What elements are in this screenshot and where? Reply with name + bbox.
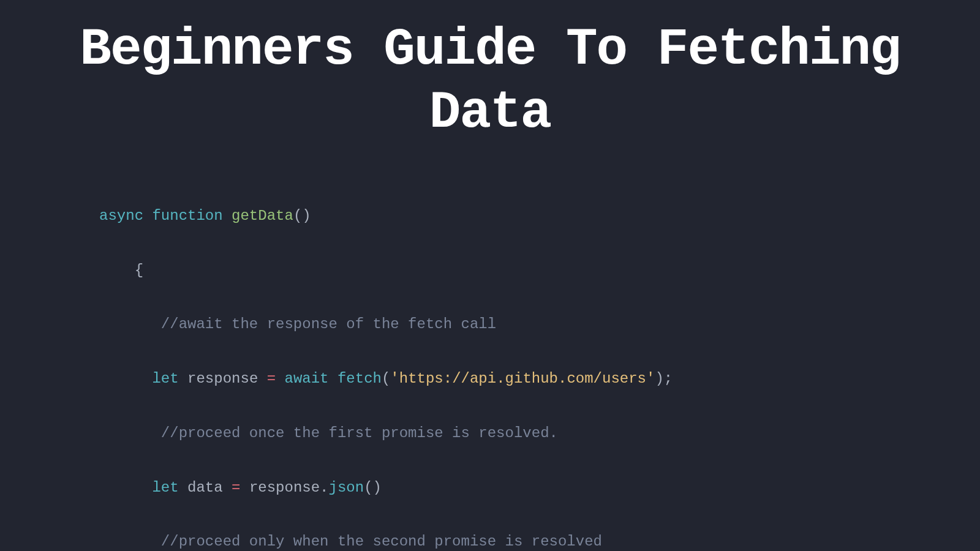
keyword-function: function: [152, 208, 222, 224]
comment: //proceed once the first promise is reso…: [161, 425, 558, 441]
var-response: response: [187, 370, 258, 387]
page-title: Beginners Guide To Fetching Data: [55, 18, 925, 144]
json-call: json: [329, 479, 364, 496]
open-paren: (: [382, 370, 390, 387]
code-line-5: //proceed once the first promise is reso…: [55, 420, 925, 447]
keyword-async: async: [99, 208, 143, 224]
var-data: data: [187, 479, 223, 496]
string-url: 'https://api.github.com/users': [390, 370, 655, 387]
keyword-let: let: [152, 479, 178, 496]
function-name: getData: [232, 208, 293, 224]
open-brace: {: [135, 262, 143, 279]
parens: (): [293, 208, 311, 224]
comment: //proceed only when the second promise i…: [161, 533, 602, 550]
code-block: async function getData() { //await the r…: [55, 175, 925, 551]
dot: .: [320, 479, 328, 496]
code-line-4: let response = await fetch('https://api.…: [55, 365, 925, 392]
operator-assign: =: [232, 479, 240, 496]
code-line-1: async function getData(): [55, 203, 925, 230]
fetch-call: fetch: [337, 370, 382, 387]
close-paren-semi: );: [655, 370, 673, 387]
keyword-let: let: [152, 370, 178, 387]
operator-assign: =: [267, 370, 276, 387]
code-line-7: //proceed only when the second promise i…: [55, 528, 925, 551]
code-line-3: //await the response of the fetch call: [55, 311, 925, 338]
keyword-await: await: [285, 370, 329, 387]
code-line-2: {: [55, 257, 925, 284]
response-ref: response: [249, 479, 320, 496]
comment: //await the response of the fetch call: [161, 316, 496, 332]
parens: (): [364, 479, 382, 496]
code-line-6: let data = response.json(): [55, 474, 925, 501]
